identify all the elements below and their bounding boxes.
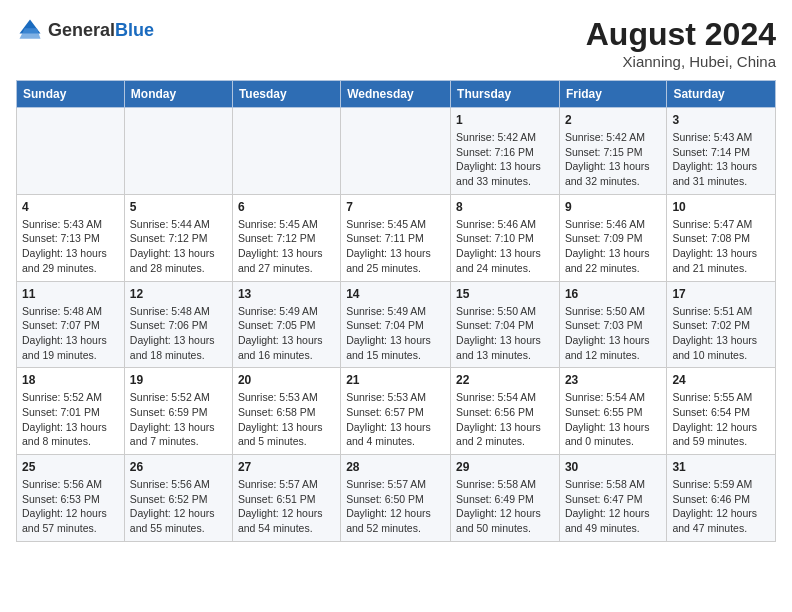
- weekday-header-thursday: Thursday: [451, 81, 560, 108]
- day-info: Sunrise: 5:42 AM Sunset: 7:16 PM Dayligh…: [456, 130, 554, 189]
- weekday-header-monday: Monday: [124, 81, 232, 108]
- day-number: 25: [22, 460, 119, 474]
- calendar-cell: 2Sunrise: 5:42 AM Sunset: 7:15 PM Daylig…: [559, 108, 666, 195]
- month-year: August 2024: [586, 16, 776, 53]
- calendar-cell: 18Sunrise: 5:52 AM Sunset: 7:01 PM Dayli…: [17, 368, 125, 455]
- day-info: Sunrise: 5:57 AM Sunset: 6:50 PM Dayligh…: [346, 477, 445, 536]
- day-info: Sunrise: 5:58 AM Sunset: 6:49 PM Dayligh…: [456, 477, 554, 536]
- day-info: Sunrise: 5:43 AM Sunset: 7:14 PM Dayligh…: [672, 130, 770, 189]
- calendar-cell: [124, 108, 232, 195]
- calendar-table: SundayMondayTuesdayWednesdayThursdayFrid…: [16, 80, 776, 542]
- calendar-cell: 9Sunrise: 5:46 AM Sunset: 7:09 PM Daylig…: [559, 194, 666, 281]
- calendar-cell: [341, 108, 451, 195]
- day-number: 1: [456, 113, 554, 127]
- day-number: 2: [565, 113, 661, 127]
- day-info: Sunrise: 5:53 AM Sunset: 6:58 PM Dayligh…: [238, 390, 335, 449]
- day-info: Sunrise: 5:52 AM Sunset: 6:59 PM Dayligh…: [130, 390, 227, 449]
- calendar-cell: 30Sunrise: 5:58 AM Sunset: 6:47 PM Dayli…: [559, 455, 666, 542]
- calendar-cell: 27Sunrise: 5:57 AM Sunset: 6:51 PM Dayli…: [232, 455, 340, 542]
- day-info: Sunrise: 5:47 AM Sunset: 7:08 PM Dayligh…: [672, 217, 770, 276]
- calendar-cell: 21Sunrise: 5:53 AM Sunset: 6:57 PM Dayli…: [341, 368, 451, 455]
- day-info: Sunrise: 5:55 AM Sunset: 6:54 PM Dayligh…: [672, 390, 770, 449]
- day-info: Sunrise: 5:45 AM Sunset: 7:12 PM Dayligh…: [238, 217, 335, 276]
- calendar-cell: 29Sunrise: 5:58 AM Sunset: 6:49 PM Dayli…: [451, 455, 560, 542]
- day-info: Sunrise: 5:56 AM Sunset: 6:53 PM Dayligh…: [22, 477, 119, 536]
- calendar-week-row: 11Sunrise: 5:48 AM Sunset: 7:07 PM Dayli…: [17, 281, 776, 368]
- calendar-cell: [17, 108, 125, 195]
- weekday-header-row: SundayMondayTuesdayWednesdayThursdayFrid…: [17, 81, 776, 108]
- day-number: 13: [238, 287, 335, 301]
- day-info: Sunrise: 5:54 AM Sunset: 6:56 PM Dayligh…: [456, 390, 554, 449]
- calendar-cell: [232, 108, 340, 195]
- calendar-cell: 12Sunrise: 5:48 AM Sunset: 7:06 PM Dayli…: [124, 281, 232, 368]
- day-number: 19: [130, 373, 227, 387]
- day-number: 24: [672, 373, 770, 387]
- logo: GeneralBlue: [16, 16, 154, 44]
- calendar-cell: 6Sunrise: 5:45 AM Sunset: 7:12 PM Daylig…: [232, 194, 340, 281]
- day-info: Sunrise: 5:52 AM Sunset: 7:01 PM Dayligh…: [22, 390, 119, 449]
- day-number: 4: [22, 200, 119, 214]
- calendar-cell: 28Sunrise: 5:57 AM Sunset: 6:50 PM Dayli…: [341, 455, 451, 542]
- day-info: Sunrise: 5:46 AM Sunset: 7:10 PM Dayligh…: [456, 217, 554, 276]
- calendar-cell: 17Sunrise: 5:51 AM Sunset: 7:02 PM Dayli…: [667, 281, 776, 368]
- logo-general: General: [48, 20, 115, 40]
- day-number: 30: [565, 460, 661, 474]
- calendar-cell: 16Sunrise: 5:50 AM Sunset: 7:03 PM Dayli…: [559, 281, 666, 368]
- day-number: 17: [672, 287, 770, 301]
- calendar-cell: 14Sunrise: 5:49 AM Sunset: 7:04 PM Dayli…: [341, 281, 451, 368]
- day-number: 18: [22, 373, 119, 387]
- day-info: Sunrise: 5:46 AM Sunset: 7:09 PM Dayligh…: [565, 217, 661, 276]
- day-info: Sunrise: 5:48 AM Sunset: 7:07 PM Dayligh…: [22, 304, 119, 363]
- weekday-header-sunday: Sunday: [17, 81, 125, 108]
- day-info: Sunrise: 5:44 AM Sunset: 7:12 PM Dayligh…: [130, 217, 227, 276]
- calendar-week-row: 25Sunrise: 5:56 AM Sunset: 6:53 PM Dayli…: [17, 455, 776, 542]
- calendar-cell: 23Sunrise: 5:54 AM Sunset: 6:55 PM Dayli…: [559, 368, 666, 455]
- calendar-week-row: 4Sunrise: 5:43 AM Sunset: 7:13 PM Daylig…: [17, 194, 776, 281]
- calendar-cell: 15Sunrise: 5:50 AM Sunset: 7:04 PM Dayli…: [451, 281, 560, 368]
- calendar-cell: 11Sunrise: 5:48 AM Sunset: 7:07 PM Dayli…: [17, 281, 125, 368]
- page-header: GeneralBlue August 2024 Xianning, Hubei,…: [16, 16, 776, 70]
- day-number: 12: [130, 287, 227, 301]
- calendar-cell: 26Sunrise: 5:56 AM Sunset: 6:52 PM Dayli…: [124, 455, 232, 542]
- calendar-cell: 19Sunrise: 5:52 AM Sunset: 6:59 PM Dayli…: [124, 368, 232, 455]
- weekday-header-friday: Friday: [559, 81, 666, 108]
- day-info: Sunrise: 5:48 AM Sunset: 7:06 PM Dayligh…: [130, 304, 227, 363]
- day-number: 10: [672, 200, 770, 214]
- day-number: 31: [672, 460, 770, 474]
- location: Xianning, Hubei, China: [586, 53, 776, 70]
- day-info: Sunrise: 5:45 AM Sunset: 7:11 PM Dayligh…: [346, 217, 445, 276]
- calendar-cell: 31Sunrise: 5:59 AM Sunset: 6:46 PM Dayli…: [667, 455, 776, 542]
- calendar-week-row: 18Sunrise: 5:52 AM Sunset: 7:01 PM Dayli…: [17, 368, 776, 455]
- day-number: 14: [346, 287, 445, 301]
- calendar-cell: 13Sunrise: 5:49 AM Sunset: 7:05 PM Dayli…: [232, 281, 340, 368]
- day-info: Sunrise: 5:43 AM Sunset: 7:13 PM Dayligh…: [22, 217, 119, 276]
- weekday-header-saturday: Saturday: [667, 81, 776, 108]
- calendar-cell: 5Sunrise: 5:44 AM Sunset: 7:12 PM Daylig…: [124, 194, 232, 281]
- day-number: 23: [565, 373, 661, 387]
- day-number: 28: [346, 460, 445, 474]
- calendar-cell: 7Sunrise: 5:45 AM Sunset: 7:11 PM Daylig…: [341, 194, 451, 281]
- day-info: Sunrise: 5:57 AM Sunset: 6:51 PM Dayligh…: [238, 477, 335, 536]
- logo-blue: Blue: [115, 20, 154, 40]
- day-number: 15: [456, 287, 554, 301]
- day-number: 6: [238, 200, 335, 214]
- day-number: 22: [456, 373, 554, 387]
- day-info: Sunrise: 5:56 AM Sunset: 6:52 PM Dayligh…: [130, 477, 227, 536]
- day-number: 3: [672, 113, 770, 127]
- day-number: 20: [238, 373, 335, 387]
- weekday-header-wednesday: Wednesday: [341, 81, 451, 108]
- calendar-cell: 3Sunrise: 5:43 AM Sunset: 7:14 PM Daylig…: [667, 108, 776, 195]
- day-number: 29: [456, 460, 554, 474]
- calendar-cell: 24Sunrise: 5:55 AM Sunset: 6:54 PM Dayli…: [667, 368, 776, 455]
- day-number: 7: [346, 200, 445, 214]
- day-info: Sunrise: 5:51 AM Sunset: 7:02 PM Dayligh…: [672, 304, 770, 363]
- calendar-cell: 4Sunrise: 5:43 AM Sunset: 7:13 PM Daylig…: [17, 194, 125, 281]
- day-number: 5: [130, 200, 227, 214]
- logo-icon: [16, 16, 44, 44]
- day-info: Sunrise: 5:49 AM Sunset: 7:05 PM Dayligh…: [238, 304, 335, 363]
- day-info: Sunrise: 5:42 AM Sunset: 7:15 PM Dayligh…: [565, 130, 661, 189]
- day-info: Sunrise: 5:53 AM Sunset: 6:57 PM Dayligh…: [346, 390, 445, 449]
- calendar-cell: 10Sunrise: 5:47 AM Sunset: 7:08 PM Dayli…: [667, 194, 776, 281]
- title-block: August 2024 Xianning, Hubei, China: [586, 16, 776, 70]
- calendar-cell: 22Sunrise: 5:54 AM Sunset: 6:56 PM Dayli…: [451, 368, 560, 455]
